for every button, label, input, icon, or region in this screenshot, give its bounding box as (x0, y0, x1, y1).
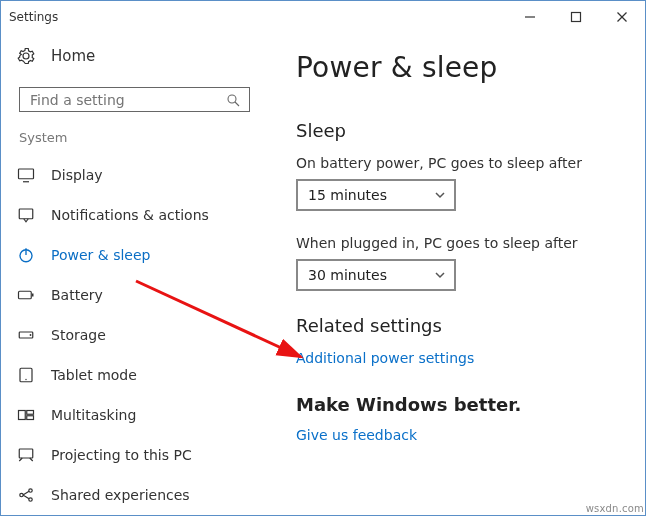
svg-rect-18 (27, 411, 34, 415)
sidebar-item-multitasking[interactable]: Multitasking (1, 395, 276, 435)
storage-icon (17, 326, 35, 344)
sidebar-item-label: Shared experiences (51, 487, 190, 503)
svg-point-14 (30, 334, 32, 336)
svg-point-16 (25, 379, 26, 380)
plugged-sleep-label: When plugged in, PC goes to sleep after (296, 235, 625, 251)
svg-rect-6 (19, 169, 34, 179)
plugged-sleep-value: 30 minutes (308, 267, 387, 283)
battery-sleep-dropdown[interactable]: 15 minutes (296, 179, 456, 211)
svg-point-4 (228, 95, 236, 103)
power-icon (17, 246, 35, 264)
sidebar-item-label: Projecting to this PC (51, 447, 192, 463)
sidebar-item-storage[interactable]: Storage (1, 315, 276, 355)
make-windows-better-heading: Make Windows better. (296, 394, 625, 415)
svg-line-5 (235, 102, 239, 106)
projecting-icon (17, 446, 35, 464)
battery-icon (17, 286, 35, 304)
close-icon (616, 11, 628, 23)
give-feedback-link[interactable]: Give us feedback (296, 427, 417, 443)
settings-window: Settings Home System (0, 0, 646, 516)
svg-rect-19 (27, 416, 34, 420)
maximize-button[interactable] (553, 1, 599, 33)
display-icon (17, 166, 35, 184)
maximize-icon (570, 11, 582, 23)
svg-point-22 (29, 489, 32, 492)
battery-sleep-value: 15 minutes (308, 187, 387, 203)
sidebar: Home System Display Notifications & acti… (1, 33, 276, 515)
sidebar-item-battery[interactable]: Battery (1, 275, 276, 315)
gear-icon (17, 47, 35, 65)
close-button[interactable] (599, 1, 645, 33)
sidebar-item-label: Battery (51, 287, 103, 303)
sidebar-item-label: Display (51, 167, 103, 183)
multitasking-icon (17, 406, 35, 424)
svg-rect-17 (19, 411, 26, 420)
sidebar-item-shared-experiences[interactable]: Shared experiences (1, 475, 276, 515)
titlebar: Settings (1, 1, 645, 33)
home-label: Home (51, 47, 95, 65)
section-label: System (1, 130, 276, 155)
main-panel: Power & sleep Sleep On battery power, PC… (276, 33, 645, 515)
svg-rect-8 (19, 209, 33, 219)
minimize-button[interactable] (507, 1, 553, 33)
minimize-icon (524, 11, 536, 23)
sidebar-item-tablet-mode[interactable]: Tablet mode (1, 355, 276, 395)
window-title: Settings (9, 10, 58, 24)
tablet-icon (17, 366, 35, 384)
svg-rect-11 (19, 291, 32, 299)
search-input[interactable] (28, 91, 225, 109)
battery-sleep-label: On battery power, PC goes to sleep after (296, 155, 625, 171)
home-button[interactable]: Home (1, 39, 276, 73)
sidebar-item-label: Power & sleep (51, 247, 150, 263)
related-settings-heading: Related settings (296, 315, 625, 336)
sidebar-item-projecting[interactable]: Projecting to this PC (1, 435, 276, 475)
additional-power-settings-link[interactable]: Additional power settings (296, 350, 474, 366)
page-title: Power & sleep (296, 51, 625, 84)
svg-point-23 (29, 498, 32, 501)
plugged-sleep-dropdown[interactable]: 30 minutes (296, 259, 456, 291)
sleep-heading: Sleep (296, 120, 625, 141)
nav-list: Display Notifications & actions Power & … (1, 155, 276, 515)
sidebar-item-label: Tablet mode (51, 367, 137, 383)
sidebar-item-notifications[interactable]: Notifications & actions (1, 195, 276, 235)
watermark: wsxdn.com (586, 503, 644, 514)
svg-rect-20 (19, 449, 33, 458)
chevron-down-icon (434, 189, 446, 201)
sidebar-item-power-sleep[interactable]: Power & sleep (1, 235, 276, 275)
sidebar-item-display[interactable]: Display (1, 155, 276, 195)
sidebar-item-label: Storage (51, 327, 106, 343)
share-icon (17, 486, 35, 504)
sidebar-item-label: Multitasking (51, 407, 136, 423)
notification-icon (17, 206, 35, 224)
search-icon (225, 92, 241, 108)
svg-point-21 (20, 493, 23, 496)
chevron-down-icon (434, 269, 446, 281)
svg-rect-1 (572, 13, 581, 22)
search-box[interactable] (19, 87, 250, 112)
svg-rect-12 (32, 294, 34, 297)
sidebar-item-label: Notifications & actions (51, 207, 209, 223)
